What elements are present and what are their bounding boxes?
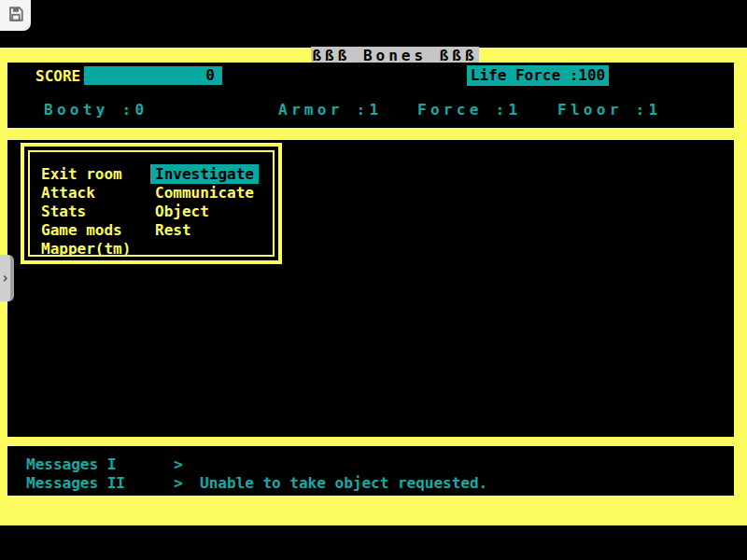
drawer-toggle[interactable]: › [0,255,14,301]
score-label: SCORE: [35,67,90,85]
menu-item-mapper[interactable]: Mapper(tm) [41,240,131,258]
life-force-badge: Life Force :100 [467,65,609,86]
messages-panel: Messages I > Messages II > Unable to tak… [7,446,734,496]
stat-floor: Floor :1 [557,101,661,119]
menu-item-object[interactable]: Object [155,203,209,220]
menu-item-stats[interactable]: Stats [41,203,86,220]
menu-item-attack[interactable]: Attack [41,184,95,202]
menu-item-rest[interactable]: Rest [155,221,191,239]
game-screen: ßßß Bones ßßß SCORE: 0 Life Force :100 B… [0,0,747,560]
chevron-right-icon: › [1,272,9,286]
save-button[interactable] [0,0,31,31]
stat-force: Force :1 [417,101,521,119]
save-icon [7,6,24,26]
messages2-prompt: > [174,474,183,492]
command-menu: Exit room Attack Stats Game mods Mapper(… [21,143,282,264]
messages2-text: Unable to take object requested. [200,474,487,492]
stat-armor: Armor :1 [278,101,382,119]
menu-item-investigate[interactable]: Investigate [150,164,259,184]
room-panel: Exit room Attack Stats Game mods Mapper(… [7,140,734,437]
messages1-label: Messages I [26,455,116,473]
stat-booty: Booty :0 [44,101,148,119]
menu-item-game-mods[interactable]: Game mods [41,221,122,239]
score-bar: 0 [84,66,222,85]
menu-item-exit-room[interactable]: Exit room [41,165,122,183]
menu-item-communicate[interactable]: Communicate [155,184,254,202]
messages1-prompt: > [174,455,183,473]
messages2-label: Messages II [26,474,125,492]
stats-panel: SCORE: 0 Life Force :100 Booty :0 Armor … [7,63,734,128]
